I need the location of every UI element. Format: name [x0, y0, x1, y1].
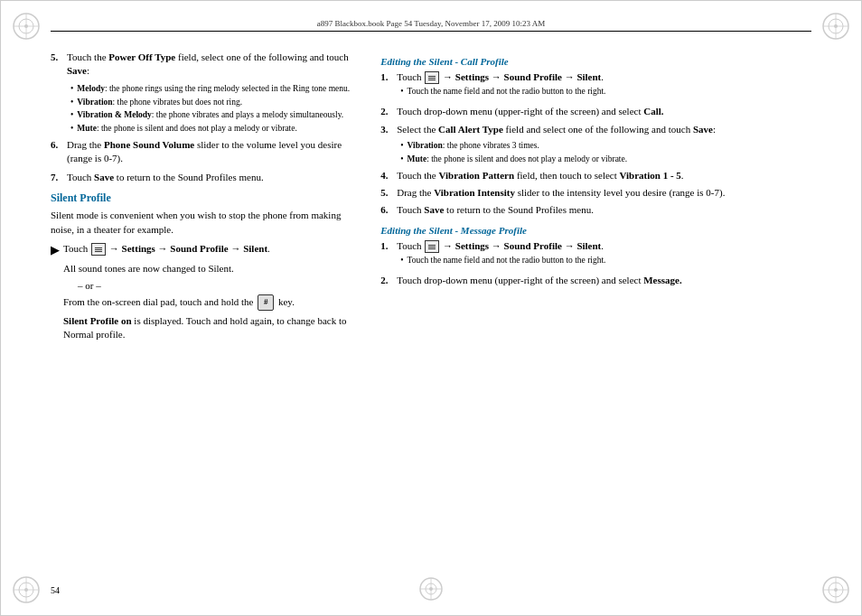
menu-icon	[91, 243, 106, 256]
menu-icon	[425, 71, 439, 84]
item-num: 5.	[51, 51, 67, 79]
list-item: 7. Touch Save to return to the Sound Pro…	[51, 171, 362, 184]
list-item: 5. Touch the Power Off Type field, selec…	[51, 51, 362, 79]
editing-call-heading: Editing the Silent - Call Profile	[380, 56, 811, 67]
or-separator: – or –	[78, 280, 362, 291]
list-item: 2. Touch drop-down menu (upper-right of …	[380, 105, 811, 118]
list-item: Touch the name field and not the radio b…	[400, 86, 811, 98]
left-column: 5. Touch the Power Off Type field, selec…	[51, 42, 362, 574]
bottom-center-decoration	[417, 575, 445, 604]
item-num: 7.	[51, 171, 67, 184]
sub-bullet-list: Touch the name field and not the radio b…	[400, 86, 811, 98]
item-num: 6.	[51, 138, 67, 166]
list-item: Vibration: the phone vibrates but does n…	[70, 97, 362, 108]
item-num: 6.	[380, 203, 397, 217]
svg-point-24	[429, 587, 433, 591]
list-item: 2. Touch drop-down menu (upper-right of …	[380, 274, 811, 287]
item-content: Touch the Vibration Pattern field, then …	[397, 169, 811, 182]
all-sound-text: All sound tones are now changed to Silen…	[63, 262, 362, 275]
item-num: 3.	[380, 123, 397, 136]
item-num: 2.	[380, 105, 397, 118]
item-num: 1.	[380, 239, 397, 270]
list-item: 5. Drag the Vibration Intensity slider t…	[380, 186, 811, 200]
list-item: 4. Touch the Vibration Pattern field, th…	[380, 169, 811, 182]
item-content: Touch → Settings → Sound Profile → Silen…	[397, 239, 811, 270]
list-item: 1. Touch → Settings → Sound Profile → Si…	[380, 70, 811, 101]
book-info: a897 Blackbox.book Page 54 Tuesday, Nove…	[317, 19, 545, 28]
item-num: 2.	[380, 274, 397, 287]
item-content: Touch drop-down menu (upper-right of the…	[397, 274, 811, 287]
corner-br	[818, 572, 854, 608]
corner-tl	[8, 8, 44, 44]
item-content: Drag the Vibration Intensity slider to t…	[397, 186, 811, 200]
sub-bullet-list: Touch the name field and not the radio b…	[400, 255, 811, 266]
item-content: Drag the Phone Sound Volume slider to th…	[67, 138, 362, 166]
item-content: Touch → Settings → Sound Profile → Silen…	[397, 70, 811, 101]
list-item: Mute: the phone is silent and does not p…	[70, 123, 362, 135]
item-num: 5.	[380, 186, 397, 200]
list-item: 1. Touch → Settings → Sound Profile → Si…	[380, 239, 811, 270]
list-item: Touch the name field and not the radio b…	[400, 255, 811, 266]
left-numbered-list: 5. Touch the Power Off Type field, selec…	[51, 51, 362, 184]
hash-key-icon: #	[258, 294, 274, 311]
arrow-nav-item: ▶ Touch → Settings → Sound Profile → Sil…	[51, 242, 362, 258]
svg-point-9	[834, 24, 838, 28]
arrow-content: Touch → Settings → Sound Profile → Silen…	[63, 242, 270, 256]
arrow-symbol: ▶	[51, 242, 63, 258]
item-content: Select the Call Alert Type field and sel…	[397, 123, 811, 136]
top-bar: a897 Blackbox.book Page 54 Tuesday, Nove…	[51, 17, 811, 32]
content-area: 5. Touch the Power Off Type field, selec…	[51, 42, 811, 574]
list-item: Mute: the phone is silent and does not p…	[400, 154, 811, 165]
list-item: Melody: the phone rings using the ring m…	[70, 83, 362, 95]
right-column: Editing the Silent - Call Profile 1. Tou…	[380, 42, 811, 574]
list-item: Vibration & Melody: the phone vibrates a…	[70, 109, 362, 121]
bullet-list-poweroff: Melody: the phone rings using the ring m…	[70, 83, 362, 135]
silent-profile-heading: Silent Profile	[51, 191, 362, 205]
editing-message-heading: Editing the Silent - Message Profile	[380, 225, 811, 236]
corner-tr	[818, 8, 854, 44]
bullet-list-call: Vibration: the phone vibrates 3 times. M…	[400, 140, 811, 165]
list-item: Vibration: the phone vibrates 3 times.	[400, 140, 811, 152]
svg-point-4	[24, 24, 28, 28]
list-item: 6. Touch Save to return to the Sound Pro…	[380, 203, 811, 217]
menu-icon	[425, 240, 439, 253]
silent-intro: Silent mode is convenient when you wish …	[51, 209, 362, 237]
list-item: 6. Drag the Phone Sound Volume slider to…	[51, 138, 362, 166]
svg-point-19	[834, 588, 838, 592]
silent-profile-on-text: Silent Profile on is displayed. Touch an…	[63, 314, 362, 342]
item-content: Touch drop-down menu (upper-right of the…	[397, 105, 811, 118]
item-content: Touch the Power Off Type field, select o…	[67, 51, 362, 79]
item-content: Touch Save to return to the Sound Profil…	[397, 203, 811, 217]
item-content: Touch Save to return to the Sound Profil…	[67, 171, 362, 184]
page-container: a897 Blackbox.book Page 54 Tuesday, Nove…	[0, 0, 862, 616]
from-text: From the on-screen dial pad, touch and h…	[63, 294, 362, 311]
page-number: 54	[51, 585, 60, 595]
item-num: 1.	[380, 70, 397, 101]
svg-point-14	[24, 588, 28, 592]
list-item: 3. Select the Call Alert Type field and …	[380, 123, 811, 136]
item-num: 4.	[380, 169, 397, 182]
corner-bl	[8, 572, 44, 608]
